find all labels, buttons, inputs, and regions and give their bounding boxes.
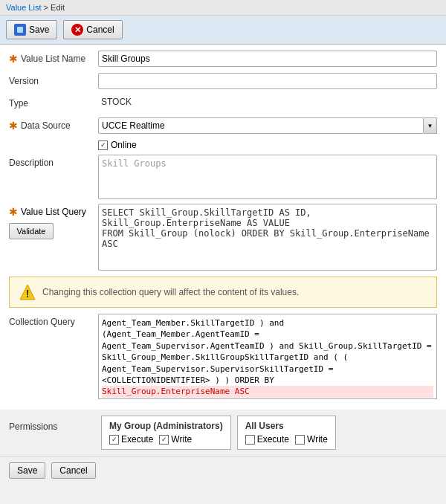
online-row: ✓ Online [98, 140, 437, 150]
permissions-group2-box: All Users Execute Write [237, 416, 336, 450]
data-source-select-wrapper: UCCE Realtime ▼ [98, 117, 437, 134]
breadcrumb: Value List > Edit [0, 0, 446, 16]
save-label: Save [29, 25, 49, 35]
permissions-group1-checks: ✓ Execute ✓ Write [109, 434, 223, 445]
cancel-button[interactable]: ✕ Cancel [63, 20, 122, 39]
value-list-query-row: ✱ Value List Query Validate SELECT Skill… [9, 204, 437, 271]
svg-text:!: ! [26, 288, 30, 300]
value-list-query-input[interactable]: SELECT Skill_Group.SkillTargetID AS ID, … [98, 204, 437, 271]
bottom-save-button[interactable]: Save [9, 462, 45, 479]
warning-text: Changing this collection query will affe… [42, 287, 299, 297]
description-label: Description [9, 155, 98, 168]
collection-query-line4: Skill_Group_Member.SkillGroupSkillTarget… [102, 352, 348, 362]
collection-query-wrapper: Agent_Team_Member.SkillTargetID ) and (A… [98, 314, 437, 399]
collection-query-line3: Agent_Team_Supervisor.AgentTeamID ) and … [102, 341, 432, 351]
value-list-query-label-area: ✱ Value List Query Validate [9, 204, 98, 239]
permissions-group1-execute-checkbox[interactable]: ✓ [109, 435, 119, 445]
permissions-group2-write-checkbox[interactable] [295, 435, 305, 445]
permissions-group1-execute: ✓ Execute [109, 434, 153, 445]
required-star: ✱ [9, 54, 18, 64]
data-source-label: ✱ Data Source [9, 117, 98, 131]
permissions-group2-write: Write [295, 434, 328, 445]
permissions-group2-checks: Execute Write [245, 434, 328, 445]
warning-icon: ! [19, 283, 36, 301]
permissions-label: Permissions [9, 416, 98, 432]
value-list-name-input[interactable] [98, 51, 437, 67]
data-source-row: ✱ Data Source UCCE Realtime ▼ [9, 117, 437, 135]
value-list-name-label: ✱ Value List Name [9, 51, 98, 64]
collection-query-row: Collection Query Agent_Team_Member.Skill… [9, 314, 437, 399]
permissions-group1-write-checkbox[interactable]: ✓ [159, 435, 169, 445]
save-icon [14, 24, 26, 36]
online-label: Online [111, 140, 137, 150]
collection-query-display[interactable]: Agent_Team_Member.SkillTargetID ) and (A… [98, 314, 437, 399]
breadcrumb-current: Edit [51, 3, 65, 12]
version-input[interactable] [98, 73, 437, 89]
permissions-group2-execute-label: Execute [257, 434, 289, 445]
save-button[interactable]: Save [6, 20, 57, 39]
collection-query-line2: (Agent_Team_Member.AgentTeamID = [102, 329, 259, 339]
required-star-2: ✱ [9, 120, 18, 131]
description-input[interactable]: Skill Groups [98, 155, 437, 199]
breadcrumb-parent[interactable]: Value List [6, 3, 42, 12]
online-checkbox[interactable]: ✓ [98, 140, 108, 150]
collection-query-line1: Agent_Team_Member.SkillTargetID ) and [102, 318, 284, 328]
cancel-icon: ✕ [71, 24, 83, 36]
permissions-group2-title: All Users [245, 421, 328, 431]
warning-banner: ! Changing this collection query will af… [9, 277, 437, 308]
required-star-3: ✱ [9, 207, 18, 217]
value-list-name-row: ✱ Value List Name [9, 51, 437, 68]
permissions-group2-execute-checkbox[interactable] [245, 435, 255, 445]
collection-query-line5: Agent_Team_Supervisor.SupervisorSkillTar… [102, 364, 333, 374]
bottom-cancel-button[interactable]: Cancel [51, 462, 95, 479]
select-arrow-icon[interactable]: ▼ [424, 117, 437, 134]
permissions-group1-title: My Group (Administrators) [109, 421, 223, 431]
permissions-boxes: My Group (Administrators) ✓ Execute ✓ Wr… [101, 416, 336, 450]
permissions-group1-write-label: Write [171, 434, 192, 445]
permissions-group2-execute: Execute [245, 434, 289, 445]
breadcrumb-separator: > [44, 3, 51, 12]
collection-query-highlighted-line: Skill_Group.EnterpriseName ASC [102, 386, 433, 397]
version-label: Version [9, 73, 98, 86]
version-row: Version [9, 73, 437, 91]
permissions-section: Permissions My Group (Administrators) ✓ … [0, 416, 446, 450]
permissions-group1-execute-label: Execute [121, 434, 153, 445]
permissions-group1-write: ✓ Write [159, 434, 192, 445]
collection-query-label: Collection Query [9, 314, 98, 327]
permissions-group1-box: My Group (Administrators) ✓ Execute ✓ Wr… [101, 416, 231, 450]
type-value: STOCK [98, 95, 437, 112]
collection-query-line6: <COLLECTIONIDENTIFIER> ) ) ORDER BY [102, 375, 274, 385]
top-toolbar: Save ✕ Cancel [0, 16, 446, 45]
form-area: ✱ Value List Name Version Type STOCK ✱ D… [0, 45, 446, 410]
type-row: Type STOCK [9, 95, 437, 113]
cancel-label: Cancel [86, 25, 114, 35]
value-list-query-label: Value List Query [21, 207, 86, 217]
permissions-group2-write-label: Write [307, 434, 328, 445]
description-row: Description Skill Groups [9, 155, 437, 199]
bottom-toolbar: Save Cancel [0, 456, 446, 485]
type-label: Type [9, 95, 98, 109]
validate-button[interactable]: Validate [9, 223, 54, 239]
data-source-select[interactable]: UCCE Realtime [98, 117, 424, 134]
